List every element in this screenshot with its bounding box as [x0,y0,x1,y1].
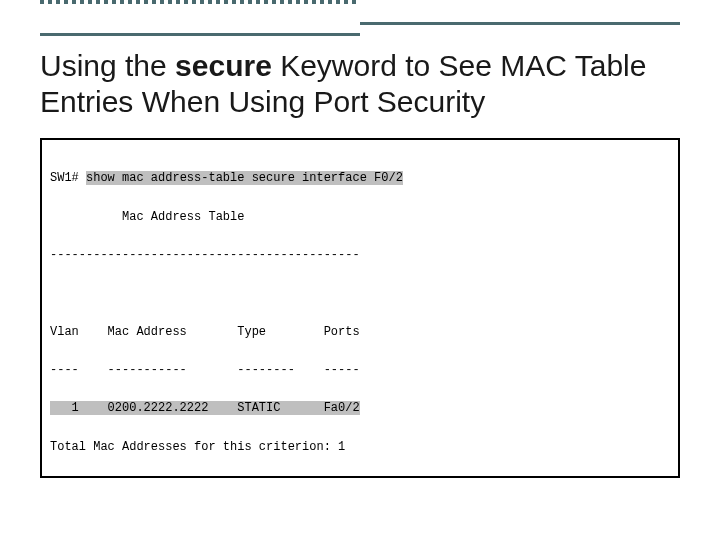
terminal-line: Vlan Mac Address Type Ports [50,323,670,342]
row-highlight: 1 0200.2222.2222 STATIC Fa0/2 [50,401,360,415]
prompt: SW1# [50,171,86,185]
terminal-line [50,476,670,478]
slide-title: Using the secure Keyword to See MAC Tabl… [40,48,680,120]
terminal-line: 1 0200.2222.2222 STATIC Fa0/2 [50,399,670,418]
terminal-line [50,284,670,303]
terminal-line: ---- ----------- -------- ----- [50,361,670,380]
command-highlight: show mac address-table secure interface … [86,171,403,185]
terminal-line: Total Mac Addresses for this criterion: … [50,438,670,457]
terminal-line: Mac Address Table [50,208,670,227]
slide: Using the secure Keyword to See MAC Tabl… [0,0,720,540]
title-pre: Using the [40,49,175,82]
terminal-output: SW1# show mac address-table secure inter… [40,138,680,478]
terminal-line: SW1# show mac address-table secure inter… [50,169,670,188]
terminal-line: ----------------------------------------… [50,246,670,265]
title-bold: secure [175,49,272,82]
slide-divider [40,0,680,36]
